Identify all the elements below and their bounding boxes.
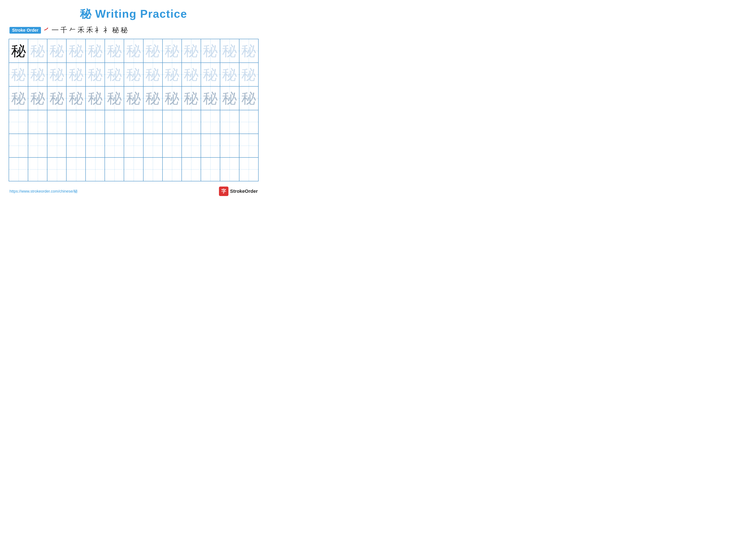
grid-cell[interactable] [182, 158, 201, 181]
grid-cell[interactable] [220, 158, 239, 181]
grid-cell[interactable] [124, 134, 143, 158]
grid-cell[interactable]: 秘 [28, 39, 47, 63]
page-title: 秘 Writing Practice [9, 7, 258, 21]
grid-cell[interactable] [28, 110, 47, 134]
grid-cell[interactable] [67, 158, 86, 181]
logo-icon: 字 [219, 187, 229, 196]
stroke-order-badge: Stroke Order [10, 27, 41, 34]
grid-cell[interactable] [124, 110, 143, 134]
grid-cell[interactable]: 秘 [182, 39, 201, 63]
grid-cell[interactable]: 秘 [28, 87, 47, 110]
grid-cell[interactable]: 秘 [239, 39, 258, 63]
grid-cell[interactable] [143, 158, 162, 181]
grid-cell[interactable] [9, 134, 28, 158]
grid-cell[interactable] [201, 158, 220, 181]
grid-cell[interactable]: 秘 [220, 63, 239, 87]
logo-text: StrokeOrder [230, 189, 258, 194]
grid-cell[interactable] [220, 134, 239, 158]
footer: https://www.strokeorder.com/chinese/秘 字 … [9, 187, 258, 196]
stroke-order-row: Stroke Order ㇒ ㇐ 千 𠂉 禾 禾 礻 礻 秘 秘 [9, 25, 258, 35]
grid-cell[interactable] [239, 134, 258, 158]
grid-cell[interactable] [47, 134, 67, 158]
grid-cell[interactable] [182, 110, 201, 134]
grid-cell[interactable]: 秘 [143, 39, 162, 63]
grid-cell[interactable]: 秘 [162, 39, 182, 63]
grid-cell[interactable]: 秘 [239, 87, 258, 110]
grid-cell[interactable] [86, 110, 105, 134]
stroke-10: 秘 [121, 25, 127, 35]
grid-cell[interactable]: 秘 [239, 63, 258, 87]
grid-cell[interactable]: 秘 [143, 87, 162, 110]
title-area: 秘 Writing Practice [9, 7, 258, 21]
grid-cell[interactable] [220, 110, 239, 134]
grid-cell[interactable]: 秘 [182, 63, 201, 87]
stroke-5: 禾 [78, 25, 85, 35]
grid-cell[interactable]: 秘 [162, 63, 182, 87]
grid-cell[interactable]: 秘 [124, 87, 143, 110]
grid-cell[interactable] [67, 134, 86, 158]
grid-cell[interactable]: 秘 [201, 39, 220, 63]
grid-cell[interactable]: 秘 [220, 87, 239, 110]
footer-url[interactable]: https://www.strokeorder.com/chinese/秘 [10, 189, 78, 194]
stroke-7: 礻 [95, 25, 102, 35]
stroke-chars-container: ㇒ ㇐ 千 𠂉 禾 禾 礻 礻 秘 秘 [43, 25, 127, 35]
grid-cell[interactable]: 秘 [47, 39, 67, 63]
grid-cell[interactable]: 秘 [47, 87, 67, 110]
grid-cell[interactable]: 秘 [9, 39, 28, 63]
grid-cell[interactable]: 秘 [86, 39, 105, 63]
grid-cell[interactable]: 秘 [105, 87, 124, 110]
grid-cell[interactable]: 秘 [47, 63, 67, 87]
stroke-3: 千 [60, 25, 67, 35]
grid-cell[interactable] [28, 158, 47, 181]
grid-cell[interactable] [182, 134, 201, 158]
stroke-8: 礻 [103, 25, 110, 35]
grid-cell[interactable]: 秘 [162, 87, 182, 110]
grid-cell[interactable] [143, 134, 162, 158]
grid-cell[interactable] [105, 158, 124, 181]
grid-cell[interactable] [105, 110, 124, 134]
footer-logo: 字 StrokeOrder [219, 187, 258, 196]
grid-cell[interactable]: 秘 [105, 63, 124, 87]
grid-cell[interactable] [86, 158, 105, 181]
grid-cell[interactable]: 秘 [28, 63, 47, 87]
grid-cell[interactable]: 秘 [86, 87, 105, 110]
grid-cell[interactable] [9, 110, 28, 134]
practice-grid[interactable]: 秘秘秘秘秘秘秘秘秘秘秘秘秘秘秘秘秘秘秘秘秘秘秘秘秘秘秘秘秘秘秘秘秘秘秘秘秘秘秘 [9, 39, 258, 181]
grid-cell[interactable] [28, 134, 47, 158]
grid-cell[interactable]: 秘 [105, 39, 124, 63]
grid-cell[interactable]: 秘 [9, 63, 28, 87]
stroke-9: 秘 [112, 25, 119, 35]
grid-cell[interactable]: 秘 [67, 63, 86, 87]
stroke-6: 禾 [86, 25, 93, 35]
stroke-1: ㇒ [43, 25, 50, 35]
grid-cell[interactable] [201, 110, 220, 134]
grid-cell[interactable]: 秘 [124, 39, 143, 63]
grid-cell[interactable]: 秘 [124, 63, 143, 87]
grid-cell[interactable] [47, 158, 67, 181]
grid-cell[interactable]: 秘 [201, 63, 220, 87]
grid-cell[interactable]: 秘 [220, 39, 239, 63]
grid-cell[interactable] [105, 134, 124, 158]
grid-cell[interactable]: 秘 [182, 87, 201, 110]
grid-cell[interactable]: 秘 [67, 87, 86, 110]
grid-cell[interactable] [9, 158, 28, 181]
grid-cell[interactable]: 秘 [9, 87, 28, 110]
grid-cell[interactable]: 秘 [143, 63, 162, 87]
grid-cell[interactable] [162, 158, 182, 181]
grid-cell[interactable] [201, 134, 220, 158]
grid-cell[interactable] [47, 110, 67, 134]
grid-cell[interactable] [239, 110, 258, 134]
grid-cell[interactable] [67, 110, 86, 134]
grid-cell[interactable] [239, 158, 258, 181]
stroke-4: 𠂉 [69, 26, 76, 34]
stroke-2: ㇐ [52, 25, 59, 35]
grid-cell[interactable]: 秘 [86, 63, 105, 87]
grid-cell[interactable]: 秘 [201, 87, 220, 110]
grid-cell[interactable] [143, 110, 162, 134]
grid-cell[interactable] [162, 134, 182, 158]
grid-cell[interactable]: 秘 [67, 39, 86, 63]
grid-cell[interactable] [86, 134, 105, 158]
grid-cell[interactable] [124, 158, 143, 181]
grid-cell[interactable] [162, 110, 182, 134]
